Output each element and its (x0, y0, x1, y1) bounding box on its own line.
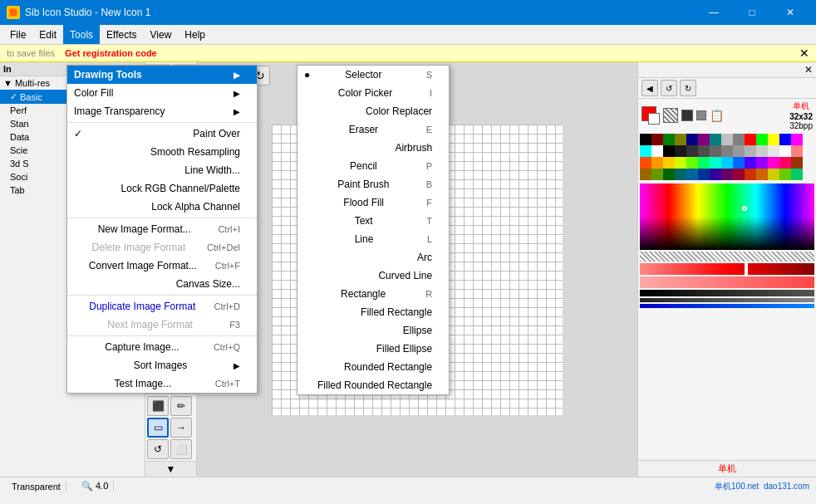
menu-convert-image-format[interactable]: Convert Image Format... Ctrl+F (67, 257, 257, 275)
menu-color-fill[interactable]: Color Fill ▶ (67, 84, 257, 102)
submenu-filled-rectangle[interactable]: Filled Rectangle (297, 303, 449, 321)
submenu-line[interactable]: Line L (297, 230, 449, 248)
menu-image-transparency[interactable]: Image Transparency ▶ (67, 102, 257, 120)
sep2 (67, 218, 257, 218)
menu-next-image-format[interactable]: Next Image Format F3 (67, 316, 257, 334)
submenu-eraser[interactable]: Eraser E (297, 120, 449, 139)
menu-delete-image-format[interactable]: Delete Image Format Ctrl+Del (67, 238, 257, 257)
menu-lock-rgb[interactable]: Lock RGB Channel/Palette (67, 179, 257, 198)
menu-smooth-resampling[interactable]: Smooth Resampling (67, 143, 257, 161)
menu-canvas-size[interactable]: Canvas Size... (67, 275, 257, 293)
submenu-pencil[interactable]: Pencil P (297, 157, 449, 175)
submenu-color-replacer[interactable]: Color Replacer (297, 102, 449, 120)
menu-duplicate-image[interactable]: Duplicate Image Format Ctrl+D (67, 297, 257, 316)
submenu-airbrush[interactable]: Airbrush (297, 139, 449, 157)
drawing-tools-submenu: ● Selector S Color Picker I Color Replac… (297, 65, 450, 395)
menu-drawing-tools[interactable]: Drawing Tools ▶ (67, 66, 257, 84)
menu-new-image-format[interactable]: New Image Format... Ctrl+I (67, 220, 257, 238)
submenu-flood-fill[interactable]: Flood Fill F (297, 193, 449, 212)
title-bar-text: Sib Icon Studio - New Icon 1 (25, 7, 150, 18)
sep1 (67, 122, 257, 123)
submenu-filled-ellipse[interactable]: Filled Ellipse (297, 340, 449, 358)
menu-overlay: Drawing Tools ▶ Color Fill ▶ Image Trans… (0, 20, 816, 504)
submenu-color-picker[interactable]: Color Picker I (297, 84, 449, 102)
sep4 (67, 335, 257, 336)
menu-paint-over[interactable]: ✓ Paint Over (67, 125, 257, 143)
submenu-paint-brush[interactable]: Paint Brush B (297, 175, 449, 193)
menu-capture-image[interactable]: Capture Image... Ctrl+Q (67, 338, 257, 356)
menu-line-width[interactable]: Line Width... (67, 161, 257, 179)
sep3 (67, 295, 257, 296)
menu-test-image[interactable]: Test Image... Ctrl+T (67, 374, 257, 393)
submenu-arc[interactable]: Arc (297, 248, 449, 267)
menu-sort-images[interactable]: Sort Images ▶ (67, 356, 257, 374)
submenu-filled-rounded-rectangle[interactable]: Filled Rounded Rectangle (297, 376, 449, 394)
svg-rect-1 (10, 9, 17, 16)
submenu-selector[interactable]: ● Selector S (297, 66, 449, 84)
submenu-ellipse[interactable]: Ellipse (297, 321, 449, 340)
submenu-text[interactable]: Text T (297, 212, 449, 230)
tools-menu: Drawing Tools ▶ Color Fill ▶ Image Trans… (66, 65, 258, 394)
submenu-curved-line[interactable]: Curved Line (297, 267, 449, 285)
drawing-tools-arrow: ▶ (233, 71, 240, 80)
app-icon (7, 6, 20, 19)
submenu-rounded-rectangle[interactable]: Rounded Rectangle (297, 358, 449, 376)
submenu-rectangle[interactable]: Rectangle R (297, 285, 449, 303)
menu-lock-alpha[interactable]: Lock Alpha Channel (67, 198, 257, 216)
